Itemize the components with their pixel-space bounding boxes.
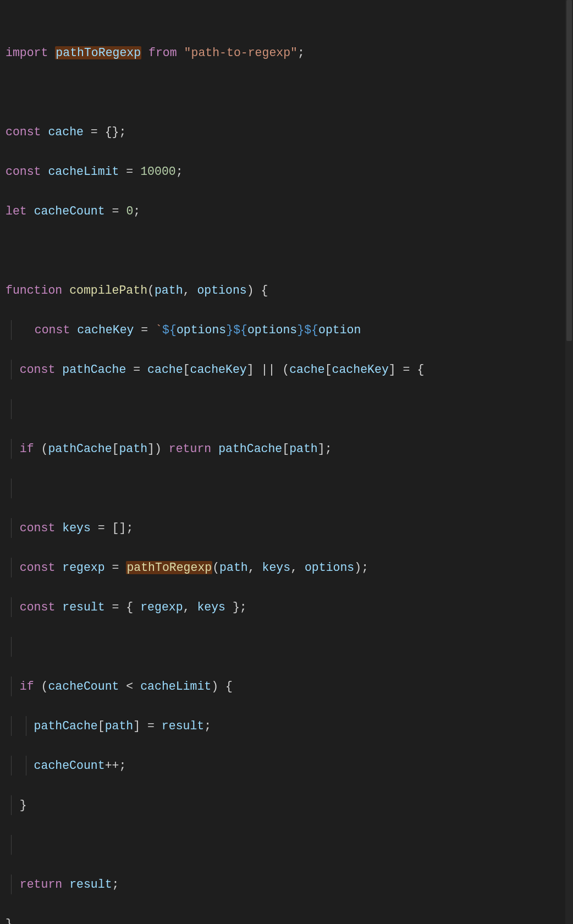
call-pathToRegexp: pathToRegexp (126, 561, 212, 574)
keyword-from: from (148, 46, 177, 59)
number-literal: 10000 (140, 165, 176, 178)
keyword-import: import (5, 46, 48, 59)
import-path: "path-to-regexp" (184, 46, 297, 59)
code-editor[interactable]: import pathToRegexp from "path-to-regexp… (0, 0, 573, 924)
var-regexp: regexp (62, 561, 104, 574)
vertical-scrollbar[interactable] (565, 0, 573, 924)
var-cacheLimit: cacheLimit (48, 165, 119, 178)
var-result: result (62, 601, 104, 614)
func-compilePath: compilePath (69, 284, 147, 297)
var-pathCache: pathCache (62, 363, 126, 376)
keyword-return: return (169, 442, 211, 455)
var-cacheKey: cacheKey (77, 323, 134, 337)
import-identifier: pathToRegexp (56, 46, 141, 59)
keyword-function: function (5, 284, 62, 297)
scrollbar-thumb[interactable] (566, 0, 572, 341)
var-keys: keys (62, 521, 91, 535)
var-cache: cache (48, 125, 84, 139)
keyword-let: let (5, 205, 27, 218)
var-cacheCount: cacheCount (34, 205, 105, 218)
keyword-const: const (5, 125, 41, 139)
